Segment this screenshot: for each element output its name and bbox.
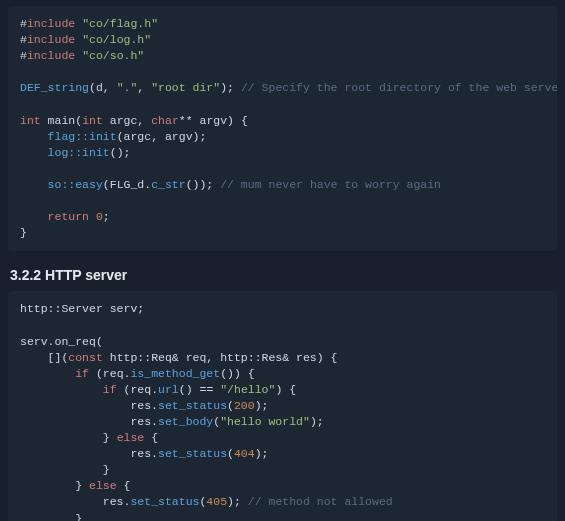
keyword-if: if	[103, 383, 117, 396]
include-path: "co/so.h"	[82, 49, 144, 62]
code-text: res.	[20, 415, 158, 428]
fn-set-status: set_status	[158, 447, 227, 460]
fn-set-status: set_status	[158, 399, 227, 412]
comment: // method not allowed	[241, 495, 393, 508]
code-text: ()) {	[220, 367, 255, 380]
code-text: ());	[186, 178, 214, 191]
code-text: http::Server serv;	[20, 302, 144, 315]
code-text: res.	[20, 495, 130, 508]
code-text: );	[255, 399, 269, 412]
fn-set-status: set_status	[130, 495, 199, 508]
keyword-else: else	[117, 431, 145, 444]
include-keyword: include	[27, 17, 75, 30]
string-literal: "hello world"	[220, 415, 310, 428]
keyword-int: int	[20, 114, 41, 127]
comment: // mum never have to worry again	[213, 178, 441, 191]
code-block-http-server: http::Server serv; serv.on_req( [](const…	[8, 291, 557, 521]
code-text: ;	[103, 210, 110, 223]
code-text	[89, 210, 96, 223]
include-keyword: include	[27, 49, 75, 62]
fn-log-init: log::init	[48, 146, 110, 159]
fn-set-body: set_body	[158, 415, 213, 428]
code-text: (	[227, 399, 234, 412]
code-text: argc,	[103, 114, 151, 127]
code-text	[20, 367, 75, 380]
include-keyword: include	[27, 33, 75, 46]
code-text: }	[20, 226, 27, 239]
fn-is-method-get: is_method_get	[130, 367, 220, 380]
string-literal: "."	[117, 81, 138, 94]
code-text: (	[227, 447, 234, 460]
code-text: (argc, argv);	[117, 130, 207, 143]
fn-url: url	[158, 383, 179, 396]
keyword-return: return	[48, 210, 89, 223]
keyword-const: const	[68, 351, 103, 364]
code-text: ,	[137, 81, 151, 94]
keyword-else: else	[89, 479, 117, 492]
code-text: res.	[20, 399, 158, 412]
code-text: (req.	[117, 383, 158, 396]
string-literal: "root dir"	[151, 81, 220, 94]
section-heading-http-server: 3.2.2 HTTP server	[10, 267, 555, 283]
code-text: {	[117, 479, 131, 492]
code-text: );	[255, 447, 269, 460]
code-text: http::Req& req, http::Res& res) {	[103, 351, 338, 364]
code-text	[20, 383, 103, 396]
code-text: [](	[20, 351, 68, 364]
code-text: ) {	[275, 383, 296, 396]
code-block-includes: #include "co/flag.h" #include "co/log.h"…	[8, 6, 557, 251]
code-text: );	[310, 415, 324, 428]
code-text: }	[20, 512, 82, 521]
fn-flag-init: flag::init	[48, 130, 117, 143]
code-text: res.	[20, 447, 158, 460]
comment: // Specify the root directory of the web…	[234, 81, 557, 94]
keyword-int: int	[82, 114, 103, 127]
code-text: () ==	[179, 383, 220, 396]
code-text: );	[220, 81, 234, 94]
code-text: {	[144, 431, 158, 444]
include-path: "co/log.h"	[82, 33, 151, 46]
def-string-macro: DEF_string	[20, 81, 89, 94]
fn-cstr: c_str	[151, 178, 186, 191]
code-text: }	[20, 479, 89, 492]
code-text: main(	[41, 114, 82, 127]
number-literal: 200	[234, 399, 255, 412]
string-literal: "/hello"	[220, 383, 275, 396]
code-text: (req.	[89, 367, 130, 380]
code-text: serv.on_req(	[20, 335, 103, 348]
number-literal: 0	[96, 210, 103, 223]
code-text: );	[227, 495, 241, 508]
keyword-if: if	[75, 367, 89, 380]
code-text: ();	[110, 146, 131, 159]
number-literal: 405	[206, 495, 227, 508]
include-path: "co/flag.h"	[82, 17, 158, 30]
code-text: (FLG_d.	[103, 178, 151, 191]
code-text: }	[20, 463, 110, 476]
number-literal: 404	[234, 447, 255, 460]
code-text: (d,	[89, 81, 117, 94]
keyword-char: char	[151, 114, 179, 127]
fn-so-easy: so::easy	[48, 178, 103, 191]
code-text: ** argv) {	[179, 114, 248, 127]
code-text: }	[20, 431, 117, 444]
